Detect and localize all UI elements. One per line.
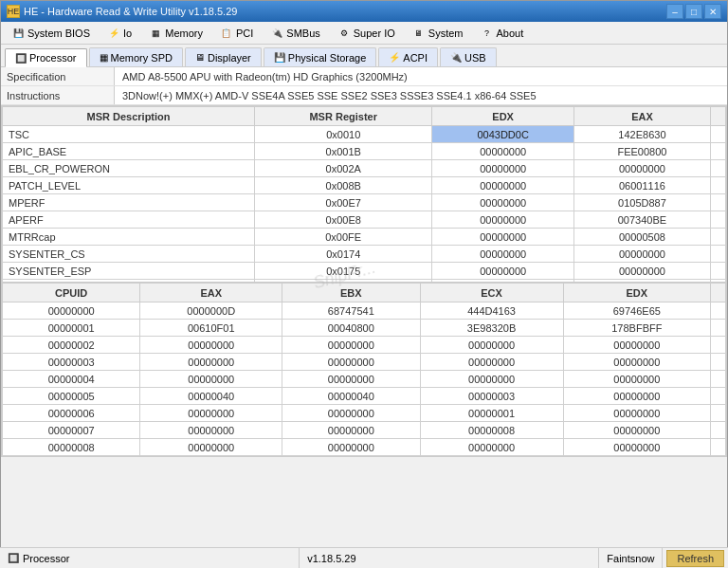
menu-system[interactable]: 🖥 System (404, 23, 472, 44)
tab-displayer[interactable]: 🖥 Displayer (185, 47, 262, 66)
cpuid-edx: 00000000 (563, 371, 710, 388)
msr-eax: FEE00800 (573, 143, 710, 160)
msr-reg: 0x00E7 (255, 194, 432, 211)
msr-scroll-cell (711, 246, 726, 263)
msr-eax: 00000508 (573, 229, 710, 246)
cpuid-col-ecx: ECX (420, 284, 563, 302)
tab-memory-spd-label: Memory SPD (111, 52, 173, 64)
cpuid-row[interactable]: 00000005 00000040 00000040 00000003 0000… (3, 388, 726, 405)
msr-eax: 007340BE (573, 211, 710, 229)
cpuid-row[interactable]: 00000001 00610F01 00040800 3E98320B 178B… (3, 320, 726, 337)
cpuid-row[interactable]: 00000002 00000000 00000000 00000000 0000… (3, 337, 726, 354)
msr-eax: 06001116 (573, 177, 710, 194)
version-label: v1.18.5.29 (307, 553, 355, 564)
msr-row[interactable]: EBL_CR_POWERON 0x002A 00000000 00000000 (3, 160, 726, 177)
menu-super-io[interactable]: ⚙ Super IO (329, 23, 404, 44)
cpuid-id: 00000006 (3, 405, 140, 422)
cpuid-ecx: 00000008 (420, 422, 563, 439)
msr-row[interactable]: MPERF 0x00E7 00000000 0105D887 (3, 194, 726, 211)
cpuid-edx: 69746E65 (563, 302, 710, 320)
cpuid-row[interactable]: 00000004 00000000 00000000 00000000 0000… (3, 371, 726, 388)
menu-about[interactable]: ? About (471, 23, 532, 44)
menu-memory-label: Memory (165, 27, 203, 39)
msr-row[interactable]: MTRRcap 0x00FE 00000000 00000508 (3, 229, 726, 246)
msr-scroll-cell (711, 229, 726, 246)
cpuid-ecx: 00000001 (420, 405, 563, 422)
msr-scroll-cell (711, 280, 726, 283)
cpuid-id: 00000001 (3, 320, 140, 337)
msr-reg: 0x0174 (255, 246, 432, 263)
msr-row[interactable]: SYSENTER_EIP 0x0176 00000000 00000000 (3, 280, 726, 283)
msr-col-desc: MSR Description (3, 107, 255, 126)
status-user: Faintsnow (599, 548, 663, 568)
cpuid-id: 00000002 (3, 337, 140, 354)
info-section: Specification AMD A8-5500 APU with Radeo… (1, 67, 727, 106)
cpuid-id: 00000003 (3, 354, 140, 371)
msr-reg: 0x008B (255, 177, 432, 194)
msr-row[interactable]: TSC 0x0010 0043DD0C 142E8630 (3, 126, 726, 143)
physical-storage-tab-icon: 💾 (274, 52, 285, 63)
msr-section: MSR Description MSR Register EDX EAX TSC… (1, 106, 727, 283)
cpuid-edx: 00000000 (563, 405, 710, 422)
msr-scroll-cell (711, 160, 726, 177)
cpuid-ecx: 3E98320B (420, 320, 563, 337)
cpuid-ebx: 00000000 (282, 405, 420, 422)
cpuid-ebx: 00000040 (282, 388, 420, 405)
cpuid-row[interactable]: 00000006 00000000 00000000 00000001 0000… (3, 405, 726, 422)
menu-system-label: System (428, 27, 464, 39)
cpuid-ecx: 00000000 (420, 354, 563, 371)
msr-eax: 0105D887 (573, 194, 710, 211)
msr-scroll-cell (711, 263, 726, 280)
msr-row[interactable]: APIC_BASE 0x001B 00000000 FEE00800 (3, 143, 726, 160)
minimize-button[interactable]: – (666, 4, 683, 19)
tab-physical-storage[interactable]: 💾 Physical Storage (264, 47, 377, 66)
tab-memory-spd[interactable]: ▦ Memory SPD (89, 47, 183, 66)
tab-processor[interactable]: 🔲 Processor (5, 48, 87, 67)
cpuid-ecx: 00000003 (420, 388, 563, 405)
cpuid-row[interactable]: 00000000 0000000D 68747541 444D4163 6974… (3, 302, 726, 320)
menu-smbus[interactable]: 🔌 SMBus (262, 23, 328, 44)
msr-row[interactable]: APERF 0x00E8 00000000 007340BE (3, 211, 726, 229)
cpuid-col-eax: EAX (140, 284, 282, 302)
tab-usb[interactable]: 🔌 USB (440, 47, 497, 66)
msr-row[interactable]: SYSENTER_ESP 0x0175 00000000 00000000 (3, 263, 726, 280)
cpuid-edx: 00000000 (563, 337, 710, 354)
title-controls: – □ ✕ (666, 4, 721, 19)
cpuid-eax: 00000000 (140, 422, 282, 439)
cpuid-ebx: 68747541 (282, 302, 420, 320)
cpuid-row[interactable]: 00000008 00000000 00000000 00000000 0000… (3, 439, 726, 456)
refresh-button[interactable]: Refresh (666, 550, 724, 567)
msr-table-container[interactable]: MSR Description MSR Register EDX EAX TSC… (2, 106, 726, 282)
menu-memory[interactable]: ▦ Memory (140, 23, 211, 44)
menu-smbus-label: SMBus (286, 27, 319, 39)
cpuid-scroll-cell (711, 422, 726, 439)
system-icon: 🖥 (412, 27, 426, 40)
title-bar: HE HE - Hardware Read & Write Utility v1… (1, 1, 727, 22)
msr-edx: 00000000 (432, 160, 573, 177)
msr-scroll-cell (711, 177, 726, 194)
maximize-button[interactable]: □ (685, 4, 702, 19)
msr-row[interactable]: PATCH_LEVEL 0x008B 00000000 06001116 (3, 177, 726, 194)
tab-processor-label: Processor (29, 52, 77, 64)
menu-system-bios[interactable]: 💾 System BIOS (3, 23, 99, 44)
cpuid-row[interactable]: 00000003 00000000 00000000 00000000 0000… (3, 354, 726, 371)
cpuid-scroll-cell (711, 371, 726, 388)
menu-io[interactable]: ⚡ Io (99, 23, 140, 44)
acpi-tab-icon: ⚡ (389, 52, 400, 63)
msr-edx: 0043DD0C (432, 126, 573, 143)
tab-acpi[interactable]: ⚡ ACPI (378, 47, 438, 66)
msr-row[interactable]: SYSENTER_CS 0x0174 00000000 00000000 (3, 246, 726, 263)
cpuid-row[interactable]: 00000007 00000000 00000000 00000008 0000… (3, 422, 726, 439)
menu-pci[interactable]: 📋 PCI (211, 23, 262, 44)
msr-reg: 0x00FE (255, 229, 432, 246)
cpuid-edx: 178BFBFF (563, 320, 710, 337)
menu-super-io-label: Super IO (354, 27, 395, 39)
msr-edx: 00000000 (432, 263, 573, 280)
msr-reg: 0x0176 (255, 280, 432, 283)
menu-about-label: About (496, 27, 523, 39)
cpuid-table-container[interactable]: CPUID EAX EBX ECX EDX 00000000 0000000D … (2, 283, 726, 456)
msr-desc: SYSENTER_CS (3, 246, 255, 263)
close-button[interactable]: ✕ (704, 4, 721, 19)
msr-scroll-cell (711, 194, 726, 211)
msr-desc: MPERF (3, 194, 255, 211)
